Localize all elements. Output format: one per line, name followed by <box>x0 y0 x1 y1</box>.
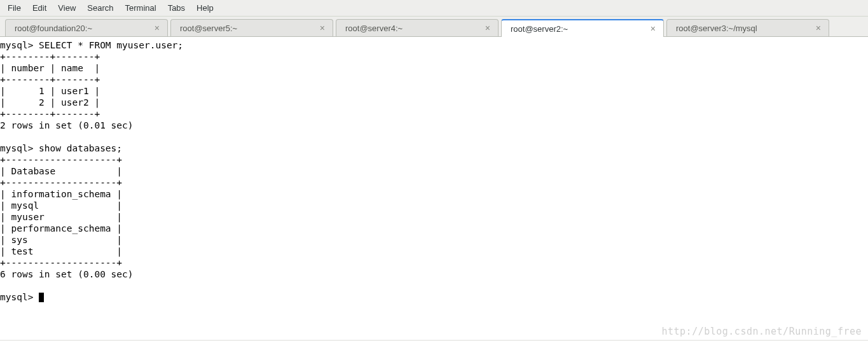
tab-label: root@server2:~ <box>511 24 568 34</box>
tab-server5[interactable]: root@server5:~ × <box>170 19 333 36</box>
tab-server3[interactable]: root@server3:~/mysql × <box>666 19 829 36</box>
close-icon[interactable]: × <box>649 24 657 34</box>
tab-server4[interactable]: root@server4:~ × <box>336 19 499 36</box>
tab-label: root@server5:~ <box>180 24 237 33</box>
menu-file[interactable]: File <box>8 3 21 13</box>
tabbar: root@foundation20:~ × root@server5:~ × r… <box>0 17 868 37</box>
menu-view[interactable]: View <box>58 3 76 13</box>
watermark: http://blog.csdn.net/Running_free <box>661 326 862 337</box>
menubar: File Edit View Search Terminal Tabs Help <box>0 0 868 17</box>
close-icon[interactable]: × <box>815 23 822 33</box>
cursor-icon <box>39 293 44 302</box>
tab-label: root@foundation20:~ <box>15 24 92 33</box>
close-icon[interactable]: × <box>319 23 326 33</box>
menu-edit[interactable]: Edit <box>32 3 46 13</box>
menu-tabs[interactable]: Tabs <box>168 3 185 13</box>
menu-search[interactable]: Search <box>87 3 113 13</box>
tab-label: root@server4:~ <box>345 24 403 33</box>
close-icon[interactable]: × <box>153 23 161 33</box>
tab-foundation20[interactable]: root@foundation20:~ × <box>5 19 168 36</box>
tab-server2[interactable]: root@server2:~ × <box>501 19 664 37</box>
menu-help[interactable]: Help <box>196 3 214 13</box>
close-icon[interactable]: × <box>484 23 492 33</box>
tab-label: root@server3:~/mysql <box>676 24 757 33</box>
menu-terminal[interactable]: Terminal <box>125 3 156 13</box>
terminal-output[interactable]: mysql> SELECT * FROM myuser.user; +-----… <box>0 37 868 340</box>
